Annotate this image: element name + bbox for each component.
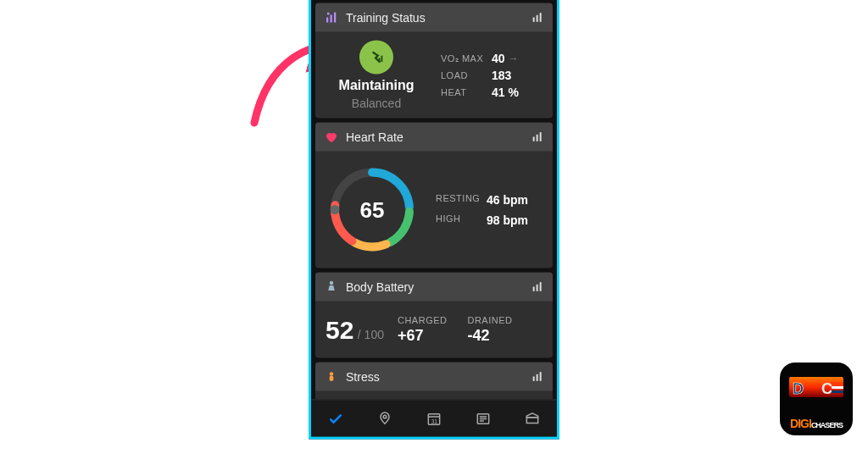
card-title: Heart Rate [346, 130, 524, 144]
training-status-sub: Balanced [352, 97, 401, 110]
heat-label: HEAT [441, 87, 492, 97]
svg-text:D: D [793, 380, 804, 397]
svg-point-3 [327, 13, 330, 15]
svg-point-18 [330, 281, 334, 285]
nav-challenges[interactable] [360, 401, 409, 437]
training-body: Maintaining Balanced VO₂ MAX 40→ LOAD 18… [315, 32, 553, 119]
svg-rect-38 [526, 418, 537, 424]
training-status-icon [324, 10, 339, 25]
heat-value: 41 % [492, 86, 519, 99]
training-status-main: Maintaining [339, 78, 415, 93]
chart-icon[interactable] [531, 280, 544, 294]
dashboard-scroll[interactable]: Training Status Maintaining Balanced VO₂… [311, 0, 557, 400]
card-header-stress: Stress [315, 363, 553, 391]
vo2max-value: 40 [492, 52, 505, 65]
svg-rect-10 [537, 135, 538, 141]
bodybattery-max: / 100 [358, 327, 384, 340]
svg-rect-6 [540, 13, 542, 22]
heart-rate-gauge: 65 [326, 163, 419, 257]
svg-rect-9 [533, 137, 535, 141]
svg-rect-26 [540, 372, 542, 381]
chart-icon[interactable] [531, 11, 544, 25]
card-title: Stress [346, 370, 524, 384]
heart-icon [324, 130, 339, 145]
svg-rect-20 [537, 285, 538, 291]
svg-rect-5 [537, 15, 538, 22]
load-value: 183 [492, 69, 519, 82]
logo-text-b: CHASERS [811, 421, 843, 429]
svg-rect-8 [379, 58, 381, 63]
card-title: Training Status [346, 11, 524, 25]
card-body-battery[interactable]: Body Battery 52 / 100 CHARGED +67 DRAINE… [315, 273, 553, 358]
stress-body: 21 REST 9h 20m LOW 2h 55m ME [315, 391, 553, 400]
svg-rect-0 [326, 18, 328, 23]
svg-text:31: 31 [431, 418, 438, 424]
svg-rect-7 [381, 56, 383, 62]
digichasers-logo: D C DIGICHASERS [780, 363, 853, 435]
nav-my-day[interactable] [311, 401, 360, 437]
card-header-heart: Heart Rate [315, 123, 553, 152]
maintaining-badge-icon [359, 41, 393, 75]
card-heart-rate[interactable]: Heart Rate 65 [315, 123, 553, 269]
svg-rect-23 [330, 376, 334, 381]
arrow-right-icon: → [509, 53, 519, 64]
bodybattery-body: 52 / 100 CHARGED +67 DRAINED -42 [315, 302, 553, 358]
chart-icon[interactable] [531, 130, 544, 144]
card-header-training: Training Status [315, 3, 553, 32]
vo2max-label: VO₂ MAX [441, 53, 492, 64]
svg-rect-44 [832, 390, 843, 393]
svg-rect-19 [533, 287, 535, 291]
nav-more[interactable] [508, 401, 557, 437]
svg-point-30 [383, 415, 387, 418]
svg-rect-2 [334, 13, 336, 23]
body-battery-icon [324, 280, 339, 295]
bodybattery-value: 52 [326, 315, 353, 343]
high-value: 98 bpm [487, 213, 528, 227]
svg-rect-11 [540, 132, 542, 141]
card-stress[interactable]: Stress 21 REST [315, 363, 553, 400]
svg-point-22 [330, 373, 334, 377]
card-header-bodybattery: Body Battery [315, 273, 553, 302]
svg-rect-4 [533, 18, 535, 22]
nav-calendar[interactable]: 31 [409, 401, 459, 437]
drained-label: DRAINED [467, 315, 512, 325]
card-title: Body Battery [346, 280, 524, 294]
svg-rect-1 [331, 15, 332, 23]
charged-value: +67 [398, 327, 448, 345]
resting-value: 46 bpm [487, 193, 528, 207]
logo-text-a: DIGI [790, 417, 811, 430]
drained-value: -42 [467, 327, 512, 345]
svg-rect-43 [832, 386, 843, 389]
svg-rect-21 [540, 282, 542, 291]
heart-rate-value: 65 [326, 163, 419, 257]
charged-label: CHARGED [398, 315, 448, 325]
svg-text:C: C [821, 380, 832, 397]
bottom-nav: 31 [311, 400, 557, 437]
card-training-status[interactable]: Training Status Maintaining Balanced VO₂… [315, 3, 553, 119]
load-label: LOAD [441, 70, 492, 80]
chart-icon[interactable] [531, 370, 544, 384]
svg-rect-24 [533, 377, 535, 381]
stress-icon [324, 369, 339, 385]
high-label: HIGH [436, 213, 487, 227]
svg-rect-25 [537, 374, 538, 381]
heart-body: 65 RESTING 46 bpm HIGH 98 bpm [315, 152, 553, 269]
nav-news[interactable] [459, 401, 508, 437]
svg-rect-42 [832, 382, 843, 385]
resting-label: RESTING [436, 193, 487, 207]
phone-frame: Training Status Maintaining Balanced VO₂… [309, 0, 559, 440]
